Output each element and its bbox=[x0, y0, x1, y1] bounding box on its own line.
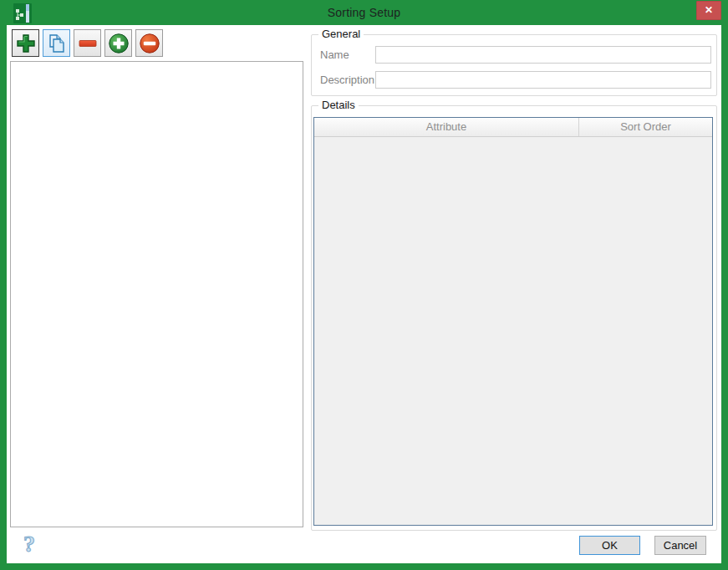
sorting-list[interactable] bbox=[10, 61, 303, 527]
close-button[interactable]: ✕ bbox=[696, 1, 721, 20]
sorting-setup-dialog: Sorting Setup ✕ bbox=[0, 0, 728, 570]
help-icon: ? bbox=[18, 530, 43, 558]
copy-icon bbox=[47, 33, 67, 53]
details-group: Details Attribute Sort Order bbox=[311, 105, 717, 531]
details-table-body[interactable] bbox=[314, 137, 712, 525]
cancel-button[interactable]: Cancel bbox=[654, 536, 706, 555]
description-label: Description bbox=[320, 71, 374, 89]
remove-minus-icon bbox=[77, 33, 99, 54]
add-detail-button[interactable] bbox=[104, 29, 132, 57]
window-title: Sorting Setup bbox=[0, 0, 728, 25]
details-group-label: Details bbox=[318, 99, 359, 111]
column-header-sort-order[interactable]: Sort Order bbox=[579, 118, 712, 136]
name-label: Name bbox=[320, 46, 349, 64]
ok-button[interactable]: OK bbox=[579, 536, 640, 555]
svg-text:?: ? bbox=[23, 531, 35, 557]
remove-item-button[interactable] bbox=[74, 29, 101, 57]
add-plus-icon bbox=[15, 33, 37, 54]
help-button[interactable]: ? bbox=[18, 530, 43, 558]
add-item-button[interactable] bbox=[12, 29, 39, 57]
copy-item-button[interactable] bbox=[43, 29, 70, 57]
description-input[interactable] bbox=[375, 71, 711, 89]
titlebar: Sorting Setup ✕ bbox=[0, 0, 728, 25]
dialog-content: General Name Description Details Attribu… bbox=[7, 25, 721, 563]
remove-detail-button[interactable] bbox=[135, 29, 163, 57]
general-group-label: General bbox=[318, 28, 364, 40]
close-icon: ✕ bbox=[705, 4, 713, 16]
add-circle-icon bbox=[108, 33, 130, 54]
column-header-attribute[interactable]: Attribute bbox=[314, 118, 579, 136]
details-table: Attribute Sort Order bbox=[313, 117, 713, 526]
general-group: General Name Description bbox=[311, 34, 717, 96]
remove-circle-icon bbox=[139, 33, 160, 54]
name-input[interactable] bbox=[375, 46, 711, 64]
details-table-header: Attribute Sort Order bbox=[314, 118, 712, 137]
